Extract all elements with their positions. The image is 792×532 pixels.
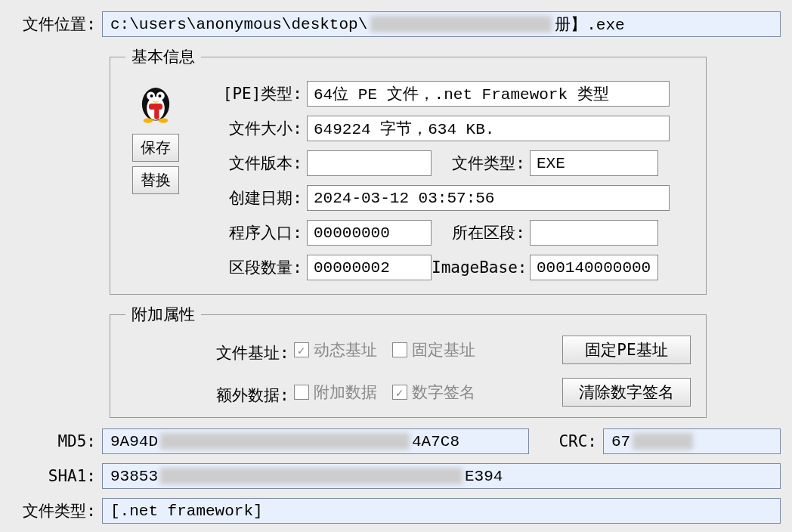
file-size-field[interactable]: 649224 字节，634 KB. [307, 116, 670, 141]
sha1-label: SHA1: [11, 467, 102, 485]
fixed-base-text: 固定基址 [412, 339, 475, 360]
file-location-label: 文件位置: [11, 14, 102, 35]
extra-attr-legend: 附加属性 [125, 304, 201, 325]
imagebase-field[interactable]: 000140000000 [530, 255, 658, 280]
entry-field[interactable]: 00000000 [307, 220, 432, 246]
basic-info-group: 基本信息 保存 替换 [PE]类型: 64位 PE 文件，.net Framew… [110, 46, 707, 295]
file-type-field[interactable]: EXE [530, 150, 658, 176]
crc-prefix: 67 [611, 433, 630, 450]
file-location-prefix: c:\users\anonymous\desktop\ [110, 16, 367, 33]
extra-data-label: 额外数据: [216, 385, 294, 406]
file-version-label: 文件版本: [216, 153, 307, 174]
md5-field[interactable]: 9A94D 4A7C8 [102, 428, 529, 454]
md5-prefix: 9A94D [110, 433, 158, 450]
file-type-label: 文件类型: [447, 153, 530, 174]
digital-sig-checkbox[interactable] [392, 385, 407, 400]
file-base-label: 文件基址: [216, 342, 294, 363]
fix-pe-base-button[interactable]: 固定PE基址 [562, 336, 691, 364]
crc-label: CRC: [543, 432, 603, 450]
svg-point-5 [158, 94, 161, 97]
md5-redacted [160, 433, 410, 450]
sha1-suffix: E394 [465, 468, 503, 485]
pe-type-field[interactable]: 64位 PE 文件，.net Framework 类型 [307, 81, 670, 107]
svg-point-8 [144, 118, 153, 122]
dynamic-base-text: 动态基址 [314, 339, 377, 360]
entry-label: 程序入口: [216, 222, 307, 243]
digital-sig-text: 数字签名 [412, 382, 475, 403]
filetype-label: 文件类型: [11, 500, 102, 521]
svg-point-4 [150, 94, 153, 97]
file-location-field[interactable]: c:\users\anonymous\desktop\ 册】.exe [102, 11, 781, 37]
section-label: 所在区段: [447, 222, 530, 243]
svg-rect-7 [154, 108, 159, 119]
imagebase-label: ImageBase: [432, 258, 530, 277]
filetype-field[interactable]: [.net framework] [102, 498, 781, 524]
section-count-field[interactable]: 00000002 [307, 255, 432, 280]
sha1-prefix: 93853 [110, 468, 158, 485]
extra-attr-group: 附加属性 文件基址: 动态基址 固定基址 固定PE基址 额外数据: 附加数据 数… [110, 304, 707, 418]
section-field[interactable] [530, 220, 658, 246]
sha1-field[interactable]: 93853 E394 [102, 463, 781, 489]
save-button[interactable]: 保存 [132, 134, 179, 162]
penguin-icon [133, 81, 178, 126]
md5-label: MD5: [11, 432, 102, 450]
file-size-label: 文件大小: [216, 118, 307, 139]
fixed-base-checkbox[interactable] [392, 342, 407, 357]
extra-data-checkbox[interactable] [294, 385, 309, 400]
create-date-label: 创建日期: [216, 187, 307, 209]
sha1-redacted [160, 468, 463, 484]
pe-type-label: [PE]类型: [216, 83, 307, 104]
file-version-field[interactable] [307, 150, 432, 176]
extra-data-text: 附加数据 [314, 382, 377, 403]
create-date-field[interactable]: 2024-03-12 03:57:56 [307, 185, 670, 211]
svg-point-9 [159, 118, 169, 122]
section-count-label: 区段数量: [216, 257, 307, 278]
crc-redacted [633, 433, 693, 450]
basic-info-legend: 基本信息 [125, 46, 201, 67]
dynamic-base-checkbox[interactable] [294, 342, 309, 357]
crc-field[interactable]: 67 [603, 428, 781, 454]
file-location-redacted [370, 16, 552, 32]
md5-suffix: 4A7C8 [412, 433, 459, 450]
clear-sig-button[interactable]: 清除数字签名 [562, 378, 691, 407]
replace-button[interactable]: 替换 [132, 166, 179, 194]
file-location-suffix: 册】.exe [555, 14, 624, 35]
